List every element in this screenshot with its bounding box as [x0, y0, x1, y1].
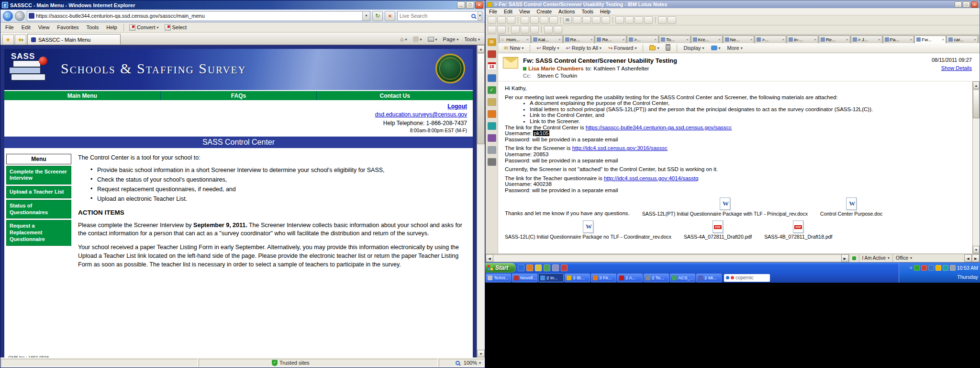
scrollbar-thumb[interactable]	[477, 53, 485, 144]
toolbar-icon[interactable]	[668, 16, 676, 24]
toolbar-icon[interactable]	[497, 16, 506, 24]
tab-close-icon[interactable]: ×	[846, 37, 848, 42]
folder-button[interactable]: ▾	[646, 45, 662, 51]
menu-edit[interactable]: Edit	[18, 23, 34, 32]
quicklaunch-app-icon[interactable]	[561, 264, 568, 271]
new-button[interactable]: ✉New▾	[501, 44, 526, 52]
display-button[interactable]: Display▾	[680, 44, 707, 52]
mail-cc[interactable]: Steven C Tourkin	[537, 73, 578, 79]
minimize-button[interactable]: _	[955, 1, 962, 8]
attachment[interactable]: SASS-12L(PT) Initial Questionnaire Packa…	[642, 197, 808, 217]
tools-button[interactable]: Tools ▾	[461, 34, 483, 45]
quicklaunch-app-icon[interactable]	[552, 264, 559, 271]
attachment[interactable]: SASS-4A_072811_Draft20.pdf	[684, 220, 752, 240]
taskbar-button-ibm-group[interactable]: 3 IB...	[565, 274, 590, 282]
copernic-search-box[interactable]: copernic	[724, 274, 770, 282]
scroll-down-icon[interactable]: ▼	[973, 246, 980, 253]
toolbar-icon[interactable]	[530, 16, 539, 24]
favorites-button[interactable]: ★	[2, 34, 14, 45]
mail-scrollbar[interactable]: ▲ ▼	[972, 81, 980, 253]
toolbar-icon[interactable]	[521, 16, 529, 24]
stop-button[interactable]: ✕	[385, 11, 395, 21]
todo-icon[interactable]: ✓	[488, 86, 496, 94]
more-button[interactable]: More▾	[724, 44, 746, 52]
menu-tools[interactable]: Tools	[579, 8, 597, 15]
tab-close-icon[interactable]: ×	[878, 37, 880, 42]
tray-icon[interactable]	[950, 265, 956, 271]
scroll-up-icon[interactable]: ▲	[477, 45, 485, 53]
toolbar-icon[interactable]	[544, 26, 553, 34]
quicklaunch-show-desktop-icon[interactable]	[544, 264, 550, 271]
toolbar-icon[interactable]	[540, 16, 548, 24]
close-button[interactable]: ×	[971, 1, 978, 8]
tray-icon[interactable]	[921, 265, 927, 271]
tab-document[interactable]: Re...×	[819, 35, 850, 43]
select-button[interactable]: Select	[162, 23, 190, 32]
tab-home[interactable]: ⌂Hom...×	[499, 35, 531, 43]
tab-close-icon[interactable]: ×	[942, 37, 944, 42]
scroll-left-icon[interactable]: ◀	[486, 254, 493, 262]
quicklaunch-folder-icon[interactable]	[535, 264, 542, 271]
notes-titlebar[interactable]: > Fw: SASS Control Center/Screener Usabi…	[486, 0, 980, 8]
forward-button[interactable]: →	[15, 11, 25, 21]
tab-document[interactable]: car...×	[947, 35, 978, 43]
menu-file[interactable]: File	[1, 23, 18, 32]
menu-view[interactable]: View	[516, 8, 534, 15]
taskbar-button-firefox-group[interactable]: 3 Fir...	[591, 274, 616, 282]
toolbar-icon[interactable]	[511, 26, 520, 34]
tab-close-icon[interactable]: ×	[974, 37, 976, 42]
tab-close-icon[interactable]: ×	[558, 37, 561, 42]
zoom-control[interactable]: 100% ▾	[439, 359, 484, 367]
screener-link[interactable]: http://idc4.ssd.census.gov:3016/sasssc	[572, 145, 668, 151]
address-field[interactable]: ▾	[27, 11, 370, 21]
tab-close-icon[interactable]: ×	[686, 37, 689, 42]
widgets-icon[interactable]	[488, 146, 496, 154]
menu-favorites[interactable]: Favorites	[53, 23, 82, 32]
search-dropdown-icon[interactable]: ▾	[478, 12, 482, 21]
delete-button[interactable]	[663, 44, 673, 52]
tab-close-icon[interactable]: ×	[718, 37, 721, 42]
toolbar-icon[interactable]	[521, 26, 529, 34]
reply-button[interactable]: ↩Reply▾	[534, 44, 562, 52]
tab-document[interactable]: Re...×	[563, 35, 595, 43]
toolbar-icon[interactable]	[615, 16, 624, 24]
back-button[interactable]: ←	[3, 11, 13, 21]
attachment[interactable]: Control Center Purpose.doc	[820, 197, 882, 217]
mail-from[interactable]: Lisa Marie Chambers	[528, 66, 584, 71]
tab-close-icon[interactable]: ×	[526, 37, 529, 42]
menu-file[interactable]: File	[486, 8, 501, 15]
scroll-right-icon[interactable]: ▶	[841, 254, 849, 262]
search-box[interactable]: ▾	[397, 11, 482, 21]
control-center-link[interactable]: https://sasscc-butle344.centurion-qa.ssd…	[586, 125, 732, 130]
contacts-icon[interactable]	[488, 74, 496, 82]
tray-icon[interactable]	[928, 265, 934, 271]
menu-item-upload-teacher-list[interactable]: Upload a Teacher List	[6, 186, 71, 198]
logout-link[interactable]: Logout	[447, 103, 467, 110]
toolbar-icon[interactable]	[549, 16, 558, 24]
activities-icon[interactable]	[488, 134, 496, 142]
tab-document[interactable]: Pa...×	[883, 35, 914, 43]
nav-main-menu[interactable]: Main Menu	[4, 91, 161, 100]
tab-sasscc-main-menu[interactable]: SASSCC - Main Menu	[27, 34, 121, 45]
tab-document[interactable]: > J...×	[851, 35, 882, 43]
mail-to[interactable]: Kathleen T Ashenfelter	[593, 66, 649, 71]
attachment[interactable]: SASS-12L(C) Initial Questionnaire Packag…	[505, 220, 671, 240]
home-button[interactable]: ⌂ ▾	[397, 34, 410, 45]
status-right-icon[interactable]: ▶	[972, 254, 980, 262]
taskbar-button-novell[interactable]: Novell...	[512, 274, 537, 282]
page-button[interactable]: Page ▾	[440, 34, 462, 45]
quicklaunch-ie-icon[interactable]	[518, 264, 524, 271]
toolbar-icon[interactable]	[530, 26, 539, 34]
nav-faqs[interactable]: FAQs	[161, 91, 317, 100]
search-icon[interactable]	[471, 14, 476, 18]
minimize-button[interactable]: _	[457, 1, 465, 9]
tray-icon[interactable]	[914, 265, 920, 271]
toolbar-icon[interactable]	[488, 26, 496, 34]
nav-contact-us[interactable]: Contact Us	[317, 91, 473, 100]
menu-item-screener-interview[interactable]: Complete the Screener Interview	[6, 166, 71, 185]
availability-dropdown[interactable]: I Am Active▾	[859, 254, 892, 262]
maximize-button[interactable]: □	[963, 1, 970, 8]
print-button[interactable]: ▾	[425, 34, 440, 45]
taskbar-button-group[interactable]: 2 To...	[644, 274, 669, 282]
toolbar-icon[interactable]	[488, 16, 496, 24]
